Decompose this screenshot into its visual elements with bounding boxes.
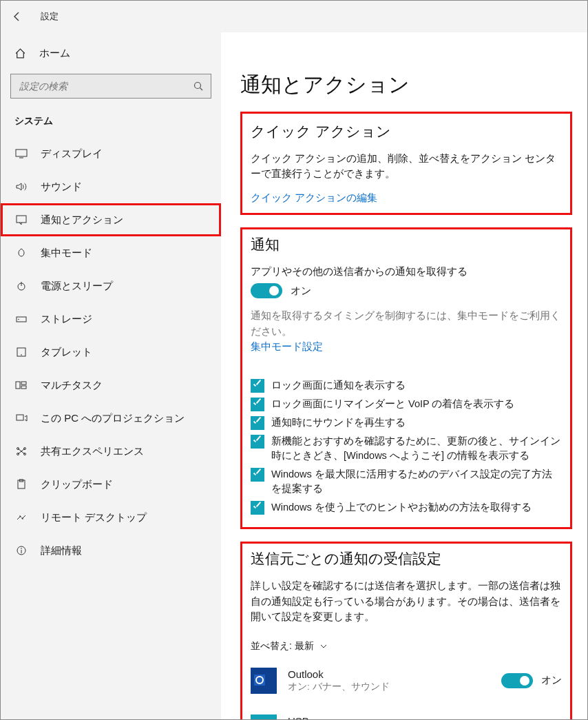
focus-settings-link[interactable]: 集中モード設定 bbox=[251, 340, 323, 353]
quick-actions-section: クイック アクション クイック アクションの追加、削除、並べ替えをアクション セ… bbox=[240, 112, 572, 215]
content: 通知とアクション クイック アクション クイック アクションの追加、削除、並べ替… bbox=[221, 32, 587, 719]
app-name: USB bbox=[288, 715, 501, 719]
checkbox-lock-screen-voip[interactable]: ロック画面にリマインダーと VoIP の着信を表示する bbox=[251, 397, 562, 411]
settings-window: 設定 ホーム システム ディスプレイ bbox=[0, 0, 588, 720]
sound-icon bbox=[14, 181, 28, 192]
checkbox-label: 新機能とおすすめを確認するために、更新の後と、サインイン時にときどき、[Wind… bbox=[271, 434, 562, 463]
share-icon bbox=[14, 446, 28, 457]
sidebar-item-label: 通知とアクション bbox=[41, 214, 123, 227]
svg-rect-14 bbox=[17, 415, 23, 420]
app-info: Outlook オン: バナー、サウンド bbox=[288, 668, 501, 693]
checkbox-lock-screen-notif[interactable]: ロック画面に通知を表示する bbox=[251, 378, 562, 393]
storage-icon bbox=[14, 313, 28, 325]
checkbox-icon bbox=[251, 468, 264, 482]
sidebar-item-label: ディスプレイ bbox=[41, 147, 103, 161]
back-button[interactable] bbox=[6, 6, 28, 28]
app-toggle-state: オン bbox=[541, 674, 562, 687]
sidebar-item-storage[interactable]: ストレージ bbox=[1, 302, 221, 336]
sidebar-item-label: ストレージ bbox=[41, 313, 92, 326]
sidebar-item-multitask[interactable]: マルチタスク bbox=[1, 369, 221, 402]
sidebar-item-label: サウンド bbox=[41, 181, 82, 194]
checkbox-icon bbox=[251, 379, 264, 393]
svg-rect-13 bbox=[21, 386, 26, 389]
page-title: 通知とアクション bbox=[240, 71, 572, 99]
notifications-section: 通知 アプリやその他の送信者からの通知を取得する オン 通知を取得するタイミング… bbox=[240, 227, 572, 530]
svg-point-8 bbox=[18, 319, 19, 320]
checkbox-label: ロック画面にリマインダーと VoIP の着信を表示する bbox=[271, 397, 514, 411]
sidebar-item-sound[interactable]: サウンド bbox=[1, 170, 221, 203]
sidebar-item-notifications[interactable]: 通知とアクション bbox=[1, 203, 221, 236]
sidebar-item-label: 詳細情報 bbox=[41, 544, 82, 557]
power-icon bbox=[14, 280, 28, 291]
focus-note: 通知を取得するタイミングを制御するには、集中モードをご利用ください。 bbox=[251, 308, 562, 339]
sidebar-item-projection[interactable]: この PC へのプロジェクション bbox=[1, 402, 221, 435]
sidebar-item-focus[interactable]: 集中モード bbox=[1, 236, 221, 269]
home-icon bbox=[14, 48, 27, 59]
sidebar-home[interactable]: ホーム bbox=[1, 38, 221, 68]
notification-icon bbox=[14, 214, 28, 225]
svg-rect-29 bbox=[251, 714, 277, 719]
sidebar-item-about[interactable]: 詳細情報 bbox=[1, 534, 221, 567]
projection-icon bbox=[14, 413, 28, 424]
sidebar-item-label: 共有エクスペリエンス bbox=[41, 445, 144, 458]
titlebar: 設定 bbox=[1, 1, 587, 32]
sidebar: ホーム システム ディスプレイ サウンド 通知とアクション bbox=[1, 32, 221, 719]
notifications-toggle[interactable] bbox=[251, 283, 282, 298]
svg-line-1 bbox=[200, 88, 203, 91]
display-icon bbox=[14, 148, 28, 159]
search-icon bbox=[193, 81, 204, 92]
checkbox-icon bbox=[251, 416, 264, 430]
sidebar-item-label: 電源とスリープ bbox=[41, 280, 113, 293]
app-toggle-wrap: オン bbox=[501, 673, 562, 688]
checkbox-suggest-setup[interactable]: Windows を最大限に活用するためのデバイス設定の完了方法を提案する bbox=[251, 467, 562, 496]
search-box[interactable] bbox=[10, 74, 211, 99]
sidebar-item-label: 集中モード bbox=[41, 247, 92, 260]
notifications-toggle-row: オン bbox=[251, 283, 562, 298]
sender-heading: 送信元ごとの通知の受信設定 bbox=[251, 549, 562, 568]
quick-actions-heading: クイック アクション bbox=[251, 122, 562, 141]
checkbox-windows-tips[interactable]: Windows を使う上でのヒントやお勧めの方法を取得する bbox=[251, 500, 562, 515]
remote-desktop-icon bbox=[14, 512, 28, 523]
checkbox-label: Windows を使う上でのヒントやお勧めの方法を取得する bbox=[271, 500, 532, 515]
checkbox-windows-welcome[interactable]: 新機能とおすすめを確認するために、更新の後と、サインイン時にときどき、[Wind… bbox=[251, 434, 562, 463]
multitask-icon bbox=[14, 380, 28, 391]
tablet-icon bbox=[14, 347, 28, 358]
search-input[interactable] bbox=[18, 80, 193, 92]
checkbox-icon bbox=[251, 398, 264, 411]
sidebar-item-power[interactable]: 電源とスリープ bbox=[1, 269, 221, 302]
app-row-outlook[interactable]: Outlook オン: バナー、サウンド オン bbox=[251, 662, 562, 709]
notifications-subhead: アプリやその他の送信者からの通知を取得する bbox=[251, 264, 562, 279]
svg-rect-2 bbox=[16, 150, 27, 156]
sidebar-item-tablet[interactable]: タブレット bbox=[1, 336, 221, 369]
chevron-down-icon bbox=[319, 642, 328, 650]
sidebar-item-label: タブレット bbox=[41, 346, 92, 359]
checkbox-icon bbox=[251, 501, 264, 515]
sidebar-item-display[interactable]: ディスプレイ bbox=[1, 137, 221, 170]
sidebar-item-clipboard[interactable]: クリップボード bbox=[1, 468, 221, 501]
edit-quick-actions-link[interactable]: クイック アクションの編集 bbox=[251, 192, 377, 205]
focus-icon bbox=[14, 247, 28, 258]
checkbox-label: 通知時にサウンドを再生する bbox=[271, 415, 406, 430]
sender-section: 送信元ごとの通知の受信設定 詳しい設定を確認するには送信者を選択します。一部の送… bbox=[240, 542, 572, 719]
svg-rect-7 bbox=[17, 317, 26, 322]
svg-rect-11 bbox=[16, 382, 20, 389]
sidebar-item-shared[interactable]: 共有エクスペリエンス bbox=[1, 435, 221, 468]
clipboard-icon bbox=[14, 479, 28, 490]
svg-rect-12 bbox=[21, 382, 26, 384]
quick-actions-description: クイック アクションの追加、削除、並べ替えをアクション センターで直接行うことが… bbox=[251, 151, 562, 182]
sort-label: 並べ替え: bbox=[251, 640, 292, 652]
app-row-usb[interactable]: USB オン: バナー、サウンド オン bbox=[251, 709, 562, 719]
sidebar-item-remote-desktop[interactable]: リモート デスクトップ bbox=[1, 501, 221, 534]
sidebar-section-title: システム bbox=[1, 111, 221, 137]
sort-dropdown[interactable]: 並べ替え: 最新 bbox=[251, 640, 562, 652]
checkbox-icon bbox=[251, 435, 264, 449]
checkbox-label: Windows を最大限に活用するためのデバイス設定の完了方法を提案する bbox=[271, 467, 562, 496]
sidebar-item-label: マルチタスク bbox=[41, 379, 103, 392]
sort-value: 最新 bbox=[295, 640, 314, 652]
app-icon-outlook bbox=[251, 668, 277, 694]
app-toggle[interactable] bbox=[501, 673, 533, 688]
checkbox-play-sound[interactable]: 通知時にサウンドを再生する bbox=[251, 415, 562, 430]
app-name: Outlook bbox=[288, 668, 501, 680]
sidebar-item-label: リモート デスクトップ bbox=[41, 511, 147, 524]
svg-point-25 bbox=[21, 548, 22, 549]
